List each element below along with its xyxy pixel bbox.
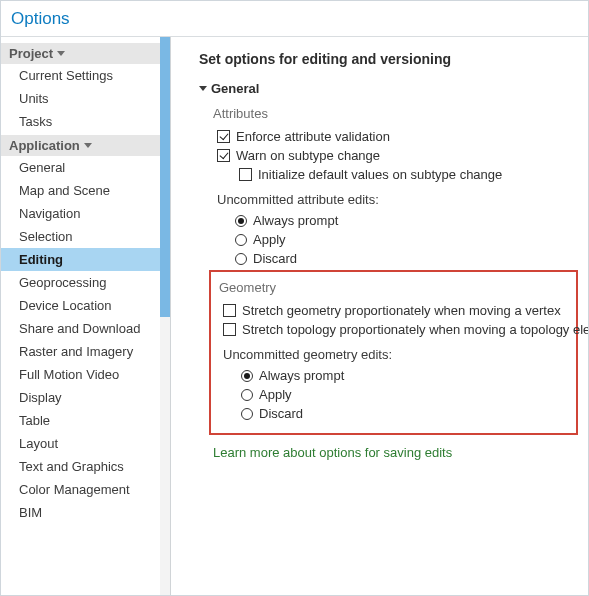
scrollbar-thumb[interactable] — [160, 37, 170, 317]
sidebar-item-navigation[interactable]: Navigation — [1, 202, 160, 225]
checkbox-label: Enforce attribute validation — [236, 129, 390, 144]
group-label: Project — [9, 46, 53, 61]
attributes-label: Attributes — [213, 106, 578, 121]
checkbox-enforce-attribute-validation[interactable]: Enforce attribute validation — [217, 127, 578, 146]
sidebar-item-editing[interactable]: Editing — [1, 248, 160, 271]
sidebar-item-bim[interactable]: BIM — [1, 501, 160, 524]
group-label: Application — [9, 138, 80, 153]
sidebar-item-device-location[interactable]: Device Location — [1, 294, 160, 317]
sidebar-item-general[interactable]: General — [1, 156, 160, 179]
sidebar-item-share-and-download[interactable]: Share and Download — [1, 317, 160, 340]
radio-icon — [235, 215, 247, 227]
learn-more-link[interactable]: Learn more about options for saving edit… — [213, 445, 578, 460]
sidebar-group-application[interactable]: Application — [1, 135, 160, 156]
radio-icon — [235, 234, 247, 246]
chevron-down-icon — [84, 143, 92, 148]
sidebar-item-raster-and-imagery[interactable]: Raster and Imagery — [1, 340, 160, 363]
sidebar: Project Current Settings Units Tasks App… — [1, 37, 171, 595]
options-dialog: Options Project Current Settings Units T… — [0, 0, 589, 596]
sidebar-item-layout[interactable]: Layout — [1, 432, 160, 455]
radio-geom-discard[interactable]: Discard — [241, 404, 570, 423]
checkbox-icon — [217, 130, 230, 143]
title-bar: Options — [1, 1, 588, 37]
radio-icon — [241, 370, 253, 382]
checkbox-icon — [223, 323, 236, 336]
radio-icon — [241, 389, 253, 401]
sidebar-item-color-management[interactable]: Color Management — [1, 478, 160, 501]
sidebar-item-map-and-scene[interactable]: Map and Scene — [1, 179, 160, 202]
checkbox-icon — [217, 149, 230, 162]
sidebar-item-text-and-graphics[interactable]: Text and Graphics — [1, 455, 160, 478]
sidebar-tree: Project Current Settings Units Tasks App… — [1, 37, 160, 595]
checkbox-icon — [239, 168, 252, 181]
sidebar-item-current-settings[interactable]: Current Settings — [1, 64, 160, 87]
section-label: General — [211, 81, 259, 96]
checkbox-stretch-geometry[interactable]: Stretch geometry proportionately when mo… — [223, 301, 570, 320]
checkbox-label: Stretch geometry proportionately when mo… — [242, 303, 561, 318]
sidebar-item-display[interactable]: Display — [1, 386, 160, 409]
radio-label: Apply — [259, 387, 292, 402]
subsection-attributes: Attributes Enforce attribute validation … — [199, 106, 578, 460]
checkbox-icon — [223, 304, 236, 317]
radio-icon — [235, 253, 247, 265]
radio-label: Always prompt — [253, 213, 338, 228]
sidebar-item-table[interactable]: Table — [1, 409, 160, 432]
content-pane: Set options for editing and versioning G… — [171, 37, 588, 595]
window-title: Options — [11, 9, 70, 29]
checkbox-label: Warn on subtype change — [236, 148, 380, 163]
sidebar-item-geoprocessing[interactable]: Geoprocessing — [1, 271, 160, 294]
chevron-down-icon — [57, 51, 65, 56]
sidebar-item-tasks[interactable]: Tasks — [1, 110, 160, 133]
geometry-label: Geometry — [219, 280, 570, 295]
radio-label: Discard — [253, 251, 297, 266]
page-heading: Set options for editing and versioning — [199, 51, 578, 67]
sidebar-scrollbar[interactable] — [160, 37, 170, 595]
dialog-body: Project Current Settings Units Tasks App… — [1, 37, 588, 595]
radio-label: Apply — [253, 232, 286, 247]
chevron-down-icon — [199, 86, 207, 91]
geometry-highlight-box: Geometry Stretch geometry proportionatel… — [209, 270, 578, 435]
radio-label: Always prompt — [259, 368, 344, 383]
radio-icon — [241, 408, 253, 420]
checkbox-label: Initialize default values on subtype cha… — [258, 167, 502, 182]
sidebar-item-units[interactable]: Units — [1, 87, 160, 110]
checkbox-initialize-default-values[interactable]: Initialize default values on subtype cha… — [239, 165, 578, 184]
radio-label: Discard — [259, 406, 303, 421]
radio-geom-apply[interactable]: Apply — [241, 385, 570, 404]
radio-attr-apply[interactable]: Apply — [235, 230, 578, 249]
uncommitted-attribute-edits-label: Uncommitted attribute edits: — [217, 192, 578, 207]
uncommitted-geometry-edits-label: Uncommitted geometry edits: — [223, 347, 570, 362]
section-general[interactable]: General — [199, 81, 578, 96]
checkbox-label: Stretch topology proportionately when mo… — [242, 322, 588, 337]
radio-geom-always-prompt[interactable]: Always prompt — [241, 366, 570, 385]
sidebar-item-full-motion-video[interactable]: Full Motion Video — [1, 363, 160, 386]
radio-attr-always-prompt[interactable]: Always prompt — [235, 211, 578, 230]
sidebar-item-selection[interactable]: Selection — [1, 225, 160, 248]
radio-attr-discard[interactable]: Discard — [235, 249, 578, 268]
sidebar-group-project[interactable]: Project — [1, 43, 160, 64]
checkbox-stretch-topology[interactable]: Stretch topology proportionately when mo… — [223, 320, 570, 339]
checkbox-warn-on-subtype-change[interactable]: Warn on subtype change — [217, 146, 578, 165]
